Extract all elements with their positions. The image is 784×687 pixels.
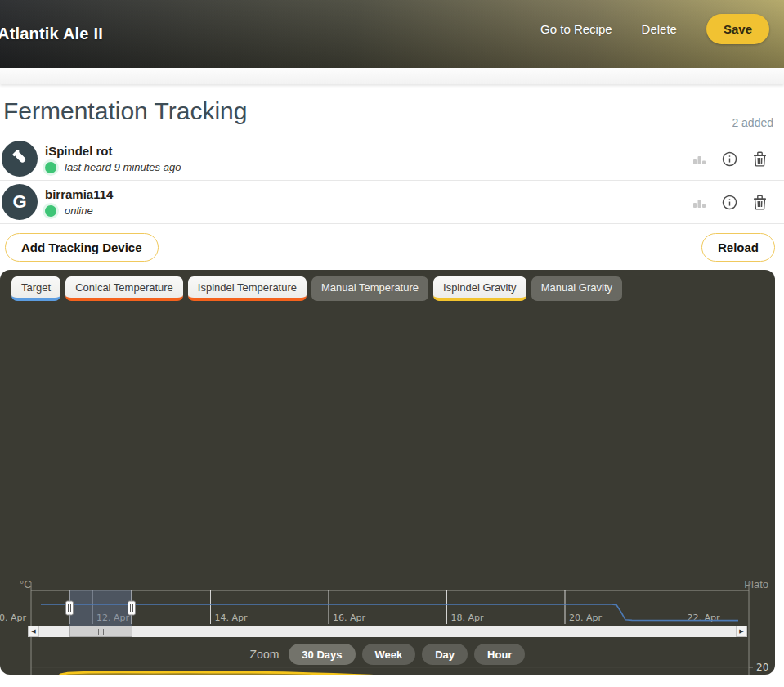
svg-text:16. Apr: 16. Apr bbox=[333, 613, 365, 623]
device-status: online bbox=[45, 204, 113, 217]
zoom-row: Zoom 30 DaysWeekDayHour bbox=[0, 644, 775, 665]
scrollbar-left-arrow[interactable]: ◀ bbox=[28, 626, 39, 637]
zoom-button-30-days[interactable]: 30 Days bbox=[289, 644, 355, 665]
app-header: Atlantik Ale II Go to Recipe Delete Save bbox=[0, 0, 784, 68]
legend-target[interactable]: Target bbox=[11, 276, 60, 301]
zoom-button-day[interactable]: Day bbox=[422, 644, 468, 665]
zoom-label: Zoom bbox=[250, 648, 280, 661]
zoom-button-week[interactable]: Week bbox=[362, 644, 416, 665]
chart-panel: TargetConical TemperatureIspindel Temper… bbox=[0, 270, 775, 675]
status-dot bbox=[45, 162, 56, 173]
scrollbar: ◀ ▶ bbox=[28, 626, 747, 637]
reload-button[interactable]: Reload bbox=[701, 233, 775, 262]
zoom-button-hour[interactable]: Hour bbox=[474, 644, 525, 665]
device-avatar bbox=[2, 141, 38, 177]
device-name: iSpindel rot bbox=[45, 144, 181, 159]
device-info: iSpindel rot last heard 9 minutes ago bbox=[45, 144, 181, 173]
svg-text:22. Apr: 22. Apr bbox=[688, 613, 720, 623]
zoom-buttons: 30 DaysWeekDayHour bbox=[289, 644, 525, 665]
legend-ispindel-gravity[interactable]: Ispindel Gravity bbox=[433, 276, 526, 301]
svg-text:10. Apr: 10. Apr bbox=[0, 613, 26, 623]
chart-legend: TargetConical TemperatureIspindel Temper… bbox=[11, 276, 622, 301]
add-tracking-device-button[interactable]: Add Tracking Device bbox=[5, 233, 159, 262]
navigator-handle-left[interactable] bbox=[66, 601, 74, 615]
page-title: Fermentation Tracking bbox=[3, 97, 773, 125]
navigator-handle-right[interactable] bbox=[128, 601, 136, 615]
save-button[interactable]: Save bbox=[706, 14, 769, 44]
device-name: birramia114 bbox=[45, 187, 113, 202]
device-list: iSpindel rot last heard 9 minutes ago G … bbox=[0, 137, 784, 224]
legend-manual-temperature[interactable]: Manual Temperature bbox=[311, 276, 428, 301]
legend-manual-gravity[interactable]: Manual Gravity bbox=[531, 276, 622, 301]
device-avatar: G bbox=[2, 184, 38, 220]
legend-conical-temperature[interactable]: Conical Temperature bbox=[65, 276, 183, 301]
avatar-letter: G bbox=[12, 191, 26, 213]
ispindel-tube-icon bbox=[9, 146, 30, 171]
device-info: birramia114 online bbox=[45, 187, 113, 217]
page-head: Fermentation Tracking 2 added bbox=[0, 84, 784, 137]
legend-ispindel-temperature[interactable]: Ispindel Temperature bbox=[188, 276, 307, 301]
svg-text:14. Apr: 14. Apr bbox=[215, 613, 248, 623]
actions-row: Add Tracking Device Reload bbox=[0, 224, 784, 270]
device-row: G birramia114 online bbox=[0, 181, 784, 224]
toolbar-strip bbox=[0, 68, 784, 84]
device-actions bbox=[692, 151, 784, 167]
device-status-text: online bbox=[65, 204, 93, 217]
scrollbar-right-arrow[interactable]: ▶ bbox=[736, 626, 747, 637]
device-actions bbox=[692, 195, 784, 210]
trash-icon[interactable] bbox=[753, 195, 767, 210]
info-icon[interactable] bbox=[722, 195, 737, 210]
status-dot bbox=[45, 205, 56, 217]
navigator-chart[interactable]: 10. Apr12. Apr14. Apr16. Apr18. Apr20. A… bbox=[0, 585, 775, 626]
scrollbar-thumb[interactable] bbox=[69, 626, 132, 637]
svg-text:20. Apr: 20. Apr bbox=[569, 613, 602, 623]
trash-icon[interactable] bbox=[753, 151, 767, 167]
scrollbar-track[interactable] bbox=[39, 626, 736, 637]
header-actions: Go to Recipe Delete Save bbox=[540, 0, 769, 57]
header-title: Atlantik Ale II bbox=[0, 25, 103, 43]
svg-text:18. Apr: 18. Apr bbox=[451, 613, 484, 623]
device-status: last heard 9 minutes ago bbox=[45, 161, 181, 173]
bar-chart-icon[interactable] bbox=[692, 153, 706, 165]
delete-link[interactable]: Delete bbox=[642, 22, 677, 36]
device-status-text: last heard 9 minutes ago bbox=[65, 161, 181, 173]
info-icon[interactable] bbox=[722, 151, 737, 167]
go-to-recipe-link[interactable]: Go to Recipe bbox=[540, 22, 612, 36]
device-row: iSpindel rot last heard 9 minutes ago bbox=[0, 137, 784, 181]
bar-chart-icon[interactable] bbox=[692, 196, 706, 209]
added-count: 2 added bbox=[732, 116, 773, 129]
